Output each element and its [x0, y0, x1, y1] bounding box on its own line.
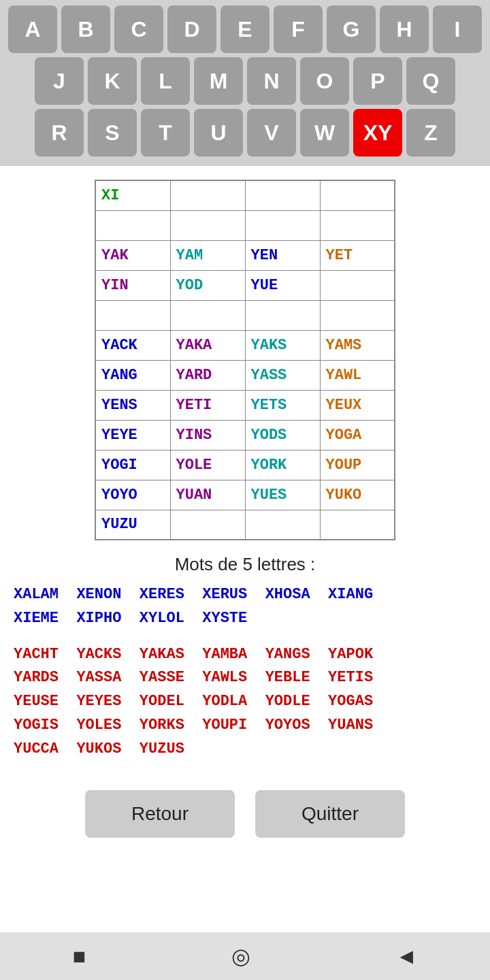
word-cell: YARD — [170, 360, 245, 390]
word-table-section: XI YAK YAM YEN YET YIN YOD YUE — [0, 166, 490, 547]
table-row: XI — [95, 180, 395, 210]
word-cell: YASS — [245, 360, 320, 390]
word-cell — [245, 510, 320, 540]
key-B[interactable]: B — [61, 5, 110, 53]
five-letter-red-row-2: YARDS YASSA YASSE YAWLS YEBLE YETIS — [14, 668, 476, 689]
key-M[interactable]: M — [194, 57, 243, 105]
table-row: YOGI YOLE YORK YOUP — [95, 450, 395, 480]
word-cell — [245, 210, 320, 240]
word-cell: YETS — [245, 390, 320, 420]
key-Q[interactable]: Q — [406, 57, 455, 105]
word-cell: YAMS — [320, 330, 395, 360]
key-Z[interactable]: Z — [406, 109, 455, 157]
key-XY[interactable]: XY — [353, 109, 402, 157]
word-cell: YUZU — [95, 510, 170, 540]
word-cell — [95, 300, 170, 330]
word-cell: YOGI — [95, 450, 170, 480]
key-T[interactable]: T — [141, 109, 190, 157]
key-R[interactable]: R — [35, 109, 84, 157]
word-cell: YOUP — [320, 450, 395, 480]
five-letter-red-row-4: YOGIS YOLES YORKS YOUPI YOYOS YUANS — [14, 715, 476, 736]
key-F[interactable]: F — [274, 5, 323, 53]
quitter-button[interactable]: Quitter — [255, 790, 405, 838]
five-letter-red-row-3: YEUSE YEYES YODEL YODLA YODLE YOGAS — [14, 691, 476, 713]
keyboard-row-1: A B C D E F G H I — [3, 5, 487, 53]
keyboard-section: A B C D E F G H I J K L M N O P Q R S T … — [0, 0, 490, 166]
home-icon[interactable]: ◎ — [231, 943, 250, 969]
word-cell: YACK — [95, 330, 170, 360]
keyboard-row-3: R S T U V W XY Z — [3, 109, 487, 157]
key-S[interactable]: S — [88, 109, 137, 157]
retour-button[interactable]: Retour — [85, 790, 235, 838]
word-cell: XI — [95, 180, 170, 210]
word-cell: YOD — [170, 270, 245, 300]
word-cell — [170, 300, 245, 330]
five-letter-red-row-1: YACHT YACKS YAKAS YAMBA YANGS YAPOK — [14, 644, 476, 666]
word-cell — [95, 210, 170, 240]
word-cell — [320, 510, 395, 540]
word-cell — [170, 510, 245, 540]
stop-icon[interactable]: ■ — [73, 944, 86, 969]
table-row: YAK YAM YEN YET — [95, 240, 395, 270]
word-cell: YAK — [95, 240, 170, 270]
word-cell: YANG — [95, 360, 170, 390]
key-W[interactable]: W — [300, 109, 349, 157]
key-G[interactable]: G — [327, 5, 376, 53]
action-buttons: Retour Quitter — [85, 790, 405, 838]
key-I[interactable]: I — [433, 5, 482, 53]
key-P[interactable]: P — [353, 57, 402, 105]
key-D[interactable]: D — [167, 5, 216, 53]
keyboard-row-2: J K L M N O P Q — [3, 57, 487, 105]
word-cell: YUAN — [170, 480, 245, 510]
word-cell — [320, 180, 395, 210]
word-cell — [245, 180, 320, 210]
word-yoyo: YOYO — [95, 480, 170, 510]
key-O[interactable]: O — [300, 57, 349, 105]
word-cell: YUKO — [320, 480, 395, 510]
key-A[interactable]: A — [8, 5, 57, 53]
word-cell — [320, 300, 395, 330]
back-icon[interactable]: ◄ — [395, 944, 417, 969]
table-row: YEYE YINS YODS YOGA — [95, 420, 395, 450]
key-J[interactable]: J — [35, 57, 84, 105]
word-cell: YUES — [245, 480, 320, 510]
word-table: XI YAK YAM YEN YET YIN YOD YUE — [95, 180, 395, 540]
key-C[interactable]: C — [114, 5, 163, 53]
key-K[interactable]: K — [88, 57, 137, 105]
key-H[interactable]: H — [380, 5, 429, 53]
five-letter-title: Mots de 5 lettres : — [14, 554, 476, 575]
word-cell: YIN — [95, 270, 170, 300]
word-cell — [170, 180, 245, 210]
word-cell: YEN — [245, 240, 320, 270]
key-U[interactable]: U — [194, 109, 243, 157]
key-N[interactable]: N — [247, 57, 296, 105]
table-row: YUZU — [95, 510, 395, 540]
word-cell: YETI — [170, 390, 245, 420]
word-cell — [320, 210, 395, 240]
five-letter-section: Mots de 5 lettres : XALAM XENON XERES XE… — [0, 547, 490, 770]
five-letter-blue-row-2: XIEME XIPHO XYLOL XYSTE — [14, 608, 476, 630]
word-cell: YAWL — [320, 360, 395, 390]
word-cell: YINS — [170, 420, 245, 450]
word-cell: YEUX — [320, 390, 395, 420]
word-cell — [170, 210, 245, 240]
key-V[interactable]: V — [247, 109, 296, 157]
word-cell: YORK — [245, 450, 320, 480]
table-row — [95, 300, 395, 330]
table-row: YENS YETI YETS YEUX — [95, 390, 395, 420]
key-L[interactable]: L — [141, 57, 190, 105]
word-cell: YOLE — [170, 450, 245, 480]
word-cell: YENS — [95, 390, 170, 420]
key-E[interactable]: E — [220, 5, 270, 53]
table-row: YOYO YUAN YUES YUKO — [95, 480, 395, 510]
table-row: YIN YOD YUE — [95, 270, 395, 300]
word-cell: YAKA — [170, 330, 245, 360]
table-row: YACK YAKA YAKS YAMS — [95, 330, 395, 360]
word-cell: YAM — [170, 240, 245, 270]
word-cell: YODS — [245, 420, 320, 450]
word-cell: YAKS — [245, 330, 320, 360]
word-cell — [320, 270, 395, 300]
table-row: YANG YARD YASS YAWL — [95, 360, 395, 390]
word-cell: YEYE — [95, 420, 170, 450]
word-cell — [245, 300, 320, 330]
